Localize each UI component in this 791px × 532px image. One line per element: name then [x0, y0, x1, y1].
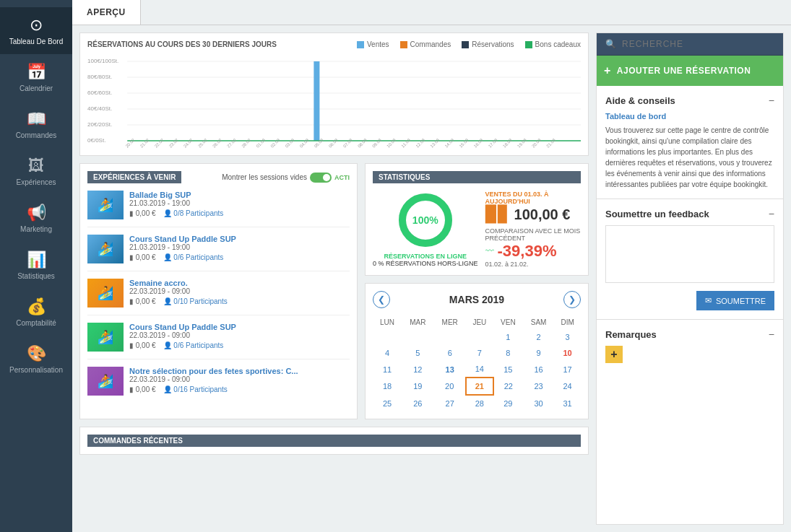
exp-price-2: ▮ 0,00 € — [129, 297, 156, 305]
add-reservation-button[interactable]: + AJOUTER UNE RÉSERVATION — [597, 56, 783, 86]
calendar-header: ❮ MARS 2019 ❯ — [373, 291, 581, 308]
feedback-minimize[interactable]: − — [769, 208, 774, 219]
tableau-icon: ⊙ — [30, 16, 43, 35]
exp-info-3: Cours Stand Up Paddle SUP 22.03.2019 - 0… — [129, 323, 350, 349]
svg-text:19.03: 19.03 — [516, 137, 527, 148]
add-remark-button[interactable]: + — [605, 346, 623, 363]
cal-cell-w4d2[interactable]: 27 — [434, 395, 466, 411]
exp-price-0: ▮ 0,00 € — [129, 209, 156, 217]
cal-cell-w3d4[interactable]: 22 — [493, 378, 523, 395]
cal-cell-w3d5[interactable]: 23 — [523, 378, 554, 395]
sidebar-item-experiences[interactable]: 🖼Expériences — [0, 148, 72, 195]
toggle-text: ACTI — [334, 174, 350, 181]
sidebar-item-commandes[interactable]: 📖Commandes — [0, 101, 72, 148]
cal-cell-w1d5[interactable]: 9 — [523, 345, 554, 361]
sidebar-item-tableau[interactable]: ⊙Tableau De Bord — [0, 7, 72, 54]
sidebar-item-comptabilite[interactable]: 💰Comptabilité — [0, 289, 72, 336]
cal-cell-w0d3 — [466, 329, 493, 345]
cal-cell-w3d0[interactable]: 18 — [373, 378, 402, 395]
exp-info-4: Notre sélection pour des fetes sportives… — [129, 367, 350, 393]
tab-apercu[interactable]: APERÇU — [72, 0, 141, 25]
submit-button[interactable]: ✉ SOUMETTRE — [696, 291, 774, 310]
sidebar-item-personnalisation[interactable]: 🎨Personnalisation — [0, 336, 72, 383]
exp-meta-0: ▮ 0,00 € 👤 0/8 Participants — [129, 209, 350, 217]
stats-percent-row: 〰 -39,39% — [485, 242, 581, 261]
chart-container: 100€/100St. 80€/80St. 60€/60St. 40€/40St… — [87, 54, 581, 148]
svg-text:26.02: 26.02 — [212, 137, 222, 148]
stats-title: STATISTIQUES — [373, 171, 581, 183]
exp-info-0: Ballade Big SUP 21.03.2019 - 19:00 ▮ 0,0… — [129, 191, 350, 217]
cal-cell-w4d0[interactable]: 25 — [373, 395, 402, 411]
exp-title-0[interactable]: Ballade Big SUP — [129, 191, 350, 199]
commands-title: COMMANDES RÉCENTES — [87, 435, 581, 447]
remarks-header: Remarques − — [605, 328, 774, 340]
chart-svg: 100€/100St. 80€/80St. 60€/60St. 40€/40St… — [87, 54, 581, 148]
cal-cell-w1d1[interactable]: 5 — [402, 345, 433, 361]
calendar-prev[interactable]: ❮ — [373, 291, 390, 308]
cal-day-header-lun: LUN — [373, 315, 402, 329]
cal-cell-w1d2[interactable]: 6 — [434, 345, 466, 361]
cal-cell-w2d2[interactable]: 13 — [434, 361, 466, 378]
cal-cell-w3d2[interactable]: 20 — [434, 378, 466, 395]
feedback-textarea[interactable] — [605, 225, 774, 283]
cal-cell-w2d3[interactable]: 14 — [466, 361, 493, 378]
reservations-sub: 0 % RÉSERVATIONS HORS-LIGNE — [373, 260, 478, 267]
cal-cell-w2d0[interactable]: 11 — [373, 361, 402, 378]
cal-cell-w2d4[interactable]: 15 — [493, 361, 523, 378]
svg-text:06.03: 06.03 — [328, 137, 339, 148]
cal-cell-w1d4[interactable]: 8 — [493, 345, 523, 361]
cal-cell-w2d5[interactable]: 16 — [523, 361, 554, 378]
cal-day-header-dim: DIM — [554, 315, 581, 329]
exp-participants-1: 👤 0/6 Participants — [163, 253, 224, 261]
cal-cell-w3d6[interactable]: 24 — [554, 378, 581, 395]
toggle-switch[interactable] — [310, 173, 332, 183]
svg-text:28.02: 28.02 — [241, 137, 251, 148]
cal-cell-w4d4[interactable]: 29 — [493, 395, 523, 411]
cal-cell-w4d6[interactable]: 31 — [554, 395, 581, 411]
legend-réservations: Réservations — [462, 40, 514, 48]
cal-cell-w4d5[interactable]: 30 — [523, 395, 554, 411]
exp-title-4[interactable]: Notre sélection pour des fetes sportives… — [129, 367, 350, 375]
cal-cell-w1d3[interactable]: 7 — [466, 345, 493, 361]
svg-text:80€/80St.: 80€/80St. — [87, 74, 112, 80]
calendar-next[interactable]: ❯ — [563, 291, 581, 308]
search-input[interactable] — [622, 39, 774, 49]
cal-cell-w4d1[interactable]: 26 — [402, 395, 433, 411]
exp-title-3[interactable]: Cours Stand Up Paddle SUP — [129, 323, 350, 331]
help-minimize[interactable]: − — [769, 95, 774, 106]
experiences-title: EXPÉRIENCES À VENIR — [87, 171, 181, 183]
exp-date-3: 22.03.2019 - 09:00 — [129, 331, 350, 339]
cal-cell-w3d1[interactable]: 19 — [402, 378, 433, 395]
cal-cell-w2d1[interactable]: 12 — [402, 361, 433, 378]
submit-label: SOUMETTRE — [716, 297, 766, 305]
sidebar-item-calendrier[interactable]: 📅Calendrier — [0, 54, 72, 101]
cal-cell-w0d6[interactable]: 3 — [554, 329, 581, 345]
cal-cell-w1d0[interactable]: 4 — [373, 345, 402, 361]
toggle-container: Montrer les sessions vides ACTI — [222, 173, 350, 183]
exp-title-2[interactable]: Semaine accro. — [129, 279, 350, 287]
experiences-header: EXPÉRIENCES À VENIR Montrer les sessions… — [87, 171, 350, 183]
sidebar-item-marketing[interactable]: 📢Marketing — [0, 195, 72, 242]
svg-text:15.03: 15.03 — [459, 137, 470, 148]
cal-day-header-mar: MAR — [402, 315, 433, 329]
cal-cell-w2d6[interactable]: 17 — [554, 361, 581, 378]
cal-cell-w0d5[interactable]: 2 — [523, 329, 554, 345]
cal-cell-w3d3[interactable]: 21 — [466, 378, 493, 395]
cal-cell-w0d2 — [434, 329, 466, 345]
exp-image-2: 🏄 — [87, 279, 124, 308]
exp-title-1[interactable]: Cours Stand Up Paddle SUP — [129, 235, 350, 243]
exp-price-3: ▮ 0,00 € — [129, 341, 156, 349]
sidebar-item-statistiques[interactable]: 📊Statistiques — [0, 242, 72, 289]
cal-cell-w0d4[interactable]: 1 — [493, 329, 523, 345]
cal-cell-w4d3[interactable]: 28 — [466, 395, 493, 411]
cal-cell-w1d6[interactable]: 10 — [554, 345, 581, 361]
exp-meta-1: ▮ 0,00 € 👤 0/6 Participants — [129, 253, 350, 261]
stats-percent: -39,39% — [498, 242, 557, 261]
feedback-header: Soumettre un feedback − — [605, 208, 774, 219]
feedback-section: Soumettre un feedback − ✉ SOUMETTRE — [597, 199, 783, 320]
statistiques-icon: 📊 — [27, 250, 46, 269]
experience-item-2: 🏄 Semaine accro. 22.03.2019 - 09:00 ▮ 0,… — [87, 279, 350, 315]
experience-item-1: 🏄 Cours Stand Up Paddle SUP 21.03.2019 -… — [87, 235, 350, 271]
exp-placeholder-1: 🏄 — [87, 235, 124, 263]
remarks-minimize[interactable]: − — [769, 328, 774, 340]
